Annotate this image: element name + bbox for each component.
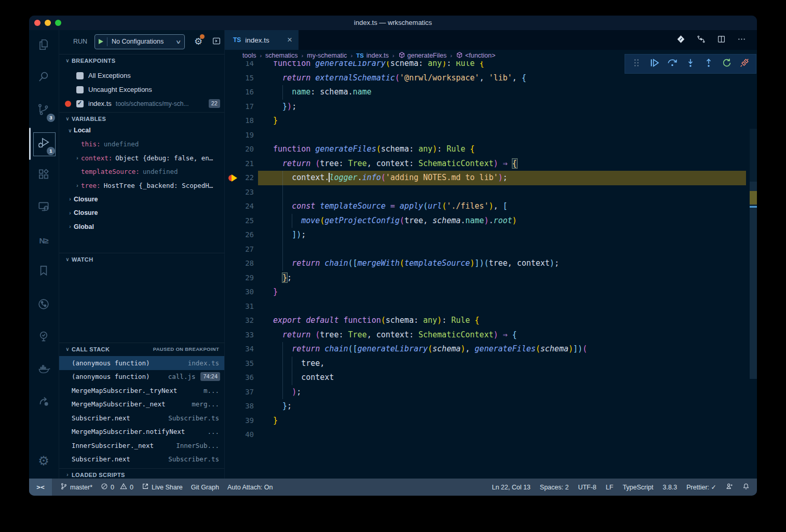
breadcrumb-item[interactable]: <function> [456, 51, 495, 60]
status-item-ln-22-col-13[interactable]: Ln 22, Col 13 [492, 484, 530, 491]
line-number[interactable]: 29 [225, 271, 254, 285]
sidebar-item-todo-tree[interactable] [29, 325, 58, 350]
call-stack-row[interactable]: Subscriber.nextSubscriber.ts [59, 411, 224, 425]
line-number[interactable]: 25 [225, 214, 254, 228]
scrollbar-thumb[interactable] [750, 182, 757, 379]
line-number[interactable]: 20 [225, 142, 254, 157]
continue-button[interactable] [648, 57, 661, 71]
line-number[interactable]: 33 [225, 328, 254, 343]
line-number[interactable]: 30 [225, 285, 254, 299]
breakpoint-row[interactable]: All Exceptions [59, 69, 224, 83]
call-stack-row[interactable]: MergeMapSubscriber._tryNextm... [59, 384, 224, 398]
status-item-liveshare[interactable]: Live Share [142, 483, 183, 492]
status-item-bell[interactable] [742, 483, 750, 492]
variables-scope-row[interactable]: ›Closure [59, 193, 224, 207]
call-stack-row[interactable]: (anonymous function)index.ts [59, 356, 224, 370]
line-number[interactable]: 14 [225, 61, 254, 71]
breadcrumb-item[interactable]: TSindex.ts [356, 52, 389, 59]
line-number[interactable]: 16 [225, 85, 254, 100]
line-number[interactable]: 32 [225, 313, 254, 328]
variables-scope-row[interactable]: ›Global [59, 220, 224, 234]
call-stack-row[interactable]: MergeMapSubscriber._nextmerg... [59, 398, 224, 412]
breakpoint-checkbox[interactable] [76, 100, 84, 107]
variables-scope-row[interactable]: ∨Local [59, 124, 224, 138]
variable-row[interactable]: this:undefined [59, 138, 224, 152]
status-item-auto-attach-on[interactable]: Auto Attach: On [227, 484, 273, 491]
breakpoints-section-header[interactable]: ∨ BREAKPOINTS [59, 54, 224, 67]
breakpoint-checkbox[interactable] [76, 86, 84, 93]
breakpoint-row[interactable]: Uncaught Exceptions [59, 83, 224, 97]
status-item-git-graph[interactable]: Git Graph [191, 484, 219, 491]
line-number[interactable]: 17 [225, 100, 254, 114]
call-stack-row[interactable]: (anonymous function)call.js74:24 [59, 370, 224, 384]
breakpoint-checkbox[interactable] [76, 72, 84, 79]
line-number[interactable]: 18 [225, 114, 254, 128]
close-icon[interactable]: × [287, 35, 292, 45]
line-number[interactable]: 39 [225, 414, 254, 428]
line-number[interactable]: 35 [225, 357, 254, 371]
breadcrumb-item[interactable]: schematics [265, 52, 298, 59]
line-number[interactable]: 21 [225, 157, 254, 171]
drag-grip-button[interactable] [630, 57, 643, 71]
line-number[interactable]: 28 [225, 256, 254, 271]
line-number[interactable]: 27 [225, 242, 254, 257]
step-into-button[interactable] [684, 57, 697, 71]
line-number[interactable]: 31 [225, 299, 254, 314]
sidebar-item-remote-explorer[interactable] [29, 195, 58, 220]
restart-button[interactable] [720, 57, 734, 71]
status-item-feedback[interactable] [726, 483, 733, 492]
sidebar-item-live-share[interactable] [29, 390, 58, 415]
sidebar-item-git-graph[interactable] [29, 293, 58, 318]
sidebar-item-extensions[interactable] [29, 163, 58, 188]
start-debug-icon[interactable] [99, 39, 103, 44]
sidebar-item-source-control[interactable]: 3 [29, 98, 58, 123]
line-number[interactable]: 24 [225, 199, 254, 214]
sidebar-item-search[interactable] [29, 65, 58, 90]
line-number[interactable]: 19 [225, 128, 254, 143]
sidebar-item-run-debug[interactable]: 1 [29, 131, 58, 156]
status-item-problems[interactable]: 00 [101, 483, 133, 492]
breadcrumb-item[interactable]: generateFiles [398, 51, 447, 60]
debug-console-icon[interactable] [212, 36, 221, 47]
status-item-typescript[interactable]: TypeScript [622, 484, 653, 491]
debug-settings-gear-icon[interactable]: ⚙ [194, 36, 202, 47]
line-number[interactable]: 15 [225, 71, 254, 86]
breadcrumb-item[interactable]: tools [242, 52, 256, 59]
variable-row[interactable]: ›tree:HostTree {_backend: ScopedH… [59, 179, 224, 193]
open-changes-icon[interactable] [696, 34, 706, 46]
breakpoint-row[interactable]: index.tstools/schematics/my-sch...22 [59, 97, 224, 111]
line-number[interactable]: 38 [225, 399, 254, 414]
variables-scope-row[interactable]: ›Closure [59, 206, 224, 220]
status-item-lf[interactable]: LF [606, 484, 614, 491]
line-number[interactable]: 40 [225, 428, 254, 442]
status-item-3-8-3[interactable]: 3.8.3 [662, 484, 677, 491]
status-item-prettier-[interactable]: Prettier: ✓ [686, 483, 716, 491]
split-editor-icon[interactable] [716, 34, 726, 46]
line-number[interactable]: 37 [225, 385, 254, 400]
sidebar-item-nx-console[interactable]: N≥ [29, 228, 58, 253]
call-stack-section-header[interactable]: ∨ CALL STACK PAUSED ON BREAKPOINT [59, 343, 224, 356]
remote-indicator[interactable]: >< [29, 479, 52, 496]
step-over-button[interactable] [666, 57, 679, 71]
sidebar-item-explorer[interactable] [29, 33, 58, 58]
variable-row[interactable]: templateSource:undefined [59, 165, 224, 179]
sidebar-item-docker[interactable] [29, 358, 58, 383]
line-number[interactable]: 23 [225, 185, 254, 200]
call-stack-row[interactable]: InnerSubscriber._nextInnerSub... [59, 439, 224, 453]
line-number[interactable]: 34 [225, 342, 254, 357]
watch-section-header[interactable]: ∨ WATCH [59, 253, 224, 266]
step-out-button[interactable] [702, 57, 715, 71]
line-number[interactable]: 36 [225, 371, 254, 385]
line-number[interactable]: 26 [225, 228, 254, 242]
call-stack-row[interactable]: Subscriber.nextSubscriber.ts [59, 453, 224, 467]
status-item-utf-8[interactable]: UTF-8 [578, 484, 596, 491]
debug-configuration-dropdown[interactable]: No Configurations ∨ [94, 34, 185, 49]
code-area[interactable]: 14function generateLibrary(schema: any):… [225, 61, 757, 479]
status-item-branch[interactable]: master* [60, 483, 92, 492]
call-stack-row[interactable]: MergeMapSubscriber.notifyNext... [59, 425, 224, 439]
sidebar-item-bookmarks[interactable] [29, 259, 58, 284]
status-item-spaces-2[interactable]: Spaces: 2 [540, 484, 569, 491]
more-actions-icon[interactable] [737, 34, 747, 46]
tab-index-ts[interactable]: TS index.ts × [225, 30, 299, 50]
breadcrumb-item[interactable]: my-schematic [307, 52, 347, 59]
